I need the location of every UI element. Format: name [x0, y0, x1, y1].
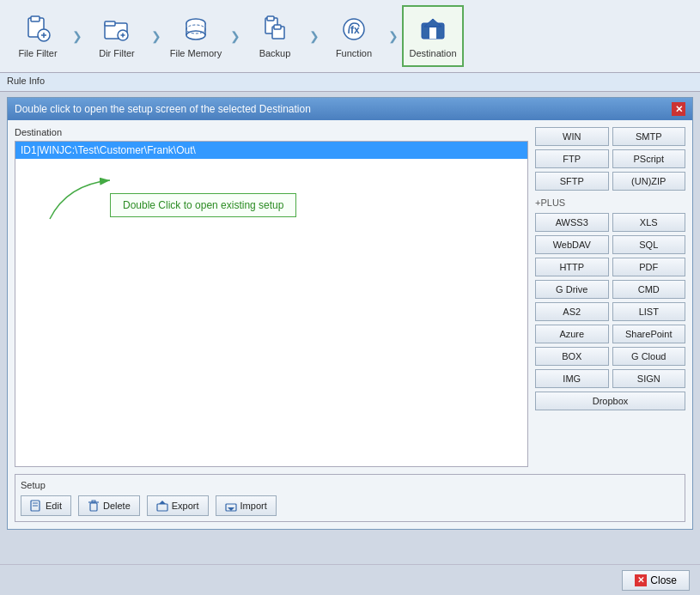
btn-pdf[interactable]: PDF	[612, 258, 686, 276]
delete-button[interactable]: Delete	[78, 495, 140, 516]
btn-gcloud[interactable]: G Cloud	[612, 347, 686, 366]
btn-azure[interactable]: Azure	[535, 325, 609, 343]
btn-awss3[interactable]: AWSS3	[535, 213, 609, 232]
import-button[interactable]: Import	[216, 495, 277, 516]
backup-icon	[259, 14, 290, 45]
btn-sign[interactable]: SIGN	[612, 369, 686, 388]
toolbar-file-memory[interactable]: File Memory	[165, 5, 227, 67]
destination-list[interactable]: ID1|WINJC:\Test\Customer\Frank\Out\	[15, 141, 528, 467]
close-icon: ✕	[635, 574, 647, 586]
arrow-4: ❯	[309, 29, 320, 43]
svg-rect-1	[31, 16, 40, 21]
btn-row-7: G Drive CMD	[535, 280, 685, 299]
bottom-bar: ✕ Close	[0, 564, 700, 595]
file-filter-icon	[22, 14, 53, 45]
btn-sql[interactable]: SQL	[612, 235, 686, 254]
export-button[interactable]: Export	[147, 495, 209, 516]
btn-row-5: WebDAV SQL	[535, 235, 685, 254]
toolbar-file-filter[interactable]: File Filter	[7, 5, 69, 67]
btn-row-2: FTP PScript	[535, 149, 685, 168]
svg-marker-33	[159, 501, 166, 504]
btn-http[interactable]: HTTP	[535, 258, 609, 276]
btn-sharepoint[interactable]: SharePoint	[612, 325, 686, 343]
arrow-2: ❯	[151, 29, 161, 43]
toolbar-function[interactable]: fx Function	[323, 5, 385, 67]
setup-section: Setup Edit Delete	[15, 474, 685, 522]
file-memory-icon	[180, 14, 211, 45]
backup-label: Backup	[259, 48, 291, 58]
btn-sftp[interactable]: SFTP	[535, 172, 609, 191]
destination-row-selected[interactable]: ID1|WINJC:\Test\Customer\Frank\Out\	[15, 142, 527, 159]
rule-info-label: Rule Info	[7, 76, 45, 86]
svg-rect-17	[267, 16, 274, 21]
left-panel: Destination ID1|WINJC:\Test\Customer\Fra…	[15, 127, 528, 467]
destination-icon	[417, 14, 448, 45]
btn-webdav[interactable]: WebDAV	[535, 235, 609, 254]
svg-rect-32	[157, 504, 167, 511]
btn-row-10: BOX G Cloud	[535, 347, 685, 366]
dialog-body: Destination ID1|WINJC:\Test\Customer\Fra…	[8, 120, 692, 474]
edit-button[interactable]: Edit	[21, 495, 71, 516]
toolbar-dir-filter[interactable]: Dir Filter	[86, 5, 148, 67]
edit-icon	[30, 500, 42, 512]
edit-label: Edit	[46, 501, 62, 511]
dir-filter-icon	[101, 14, 132, 45]
btn-img[interactable]: IMG	[535, 369, 609, 388]
btn-xls[interactable]: XLS	[612, 213, 686, 232]
btn-gdrive[interactable]: G Drive	[535, 280, 609, 299]
svg-rect-24	[429, 27, 436, 39]
btn-cmd[interactable]: CMD	[612, 280, 686, 299]
btn-row-12: Dropbox	[535, 392, 685, 410]
btn-row-6: HTTP PDF	[535, 258, 685, 276]
plus-label: +PLUS	[535, 197, 685, 208]
import-icon	[225, 500, 237, 512]
svg-text:fx: fx	[350, 24, 360, 36]
arrow-3: ❯	[230, 29, 240, 43]
btn-dropbox[interactable]: Dropbox	[535, 392, 685, 410]
arrow-5: ❯	[388, 29, 399, 43]
function-icon: fx	[338, 14, 369, 45]
hint-text: Double Click to open existing setup	[123, 199, 283, 211]
btn-as2[interactable]: AS2	[535, 302, 609, 321]
btn-list[interactable]: LIST	[612, 302, 686, 321]
btn-row-11: IMG SIGN	[535, 369, 685, 388]
svg-rect-31	[92, 501, 95, 502]
export-icon	[156, 500, 168, 512]
toolbar-backup[interactable]: Backup	[244, 5, 306, 67]
rule-info-bar: Rule Info	[0, 73, 700, 92]
svg-rect-29	[90, 503, 97, 511]
main-dialog: Double click to open the setup screen of…	[7, 97, 693, 530]
close-button[interactable]: ✕ Close	[622, 570, 690, 591]
delete-icon	[88, 500, 100, 512]
svg-rect-19	[274, 25, 281, 29]
function-label: Function	[336, 48, 372, 58]
btn-row-1: WIN SMTP	[535, 127, 685, 146]
setup-buttons: Edit Delete Export	[21, 495, 679, 516]
right-panel: WIN SMTP FTP PScript SFTP (UN)ZIP +PLUS …	[535, 127, 685, 467]
delete-label: Delete	[103, 501, 131, 511]
hint-box: Double Click to open existing setup	[110, 193, 296, 217]
dialog-close-button[interactable]: ✕	[672, 102, 685, 116]
import-label: Import	[240, 501, 267, 511]
btn-row-8: AS2 LIST	[535, 302, 685, 321]
toolbar-destination[interactable]: Destination	[402, 5, 464, 67]
btn-unzip[interactable]: (UN)ZIP	[612, 172, 686, 191]
export-label: Export	[172, 501, 199, 511]
btn-row-3: SFTP (UN)ZIP	[535, 172, 685, 191]
btn-box[interactable]: BOX	[535, 347, 609, 366]
dialog-title: Double click to open the setup screen of…	[15, 103, 311, 115]
btn-row-4: AWSS3 XLS	[535, 213, 685, 232]
arrow-1: ❯	[72, 29, 82, 43]
btn-pscript[interactable]: PScript	[612, 149, 686, 168]
btn-ftp[interactable]: FTP	[535, 149, 609, 168]
dialog-wrapper: Double click to open the setup screen of…	[0, 92, 700, 535]
btn-row-9: Azure SharePoint	[535, 325, 685, 343]
close-label: Close	[650, 574, 677, 586]
dir-filter-label: Dir Filter	[99, 48, 135, 58]
btn-win[interactable]: WIN	[535, 127, 609, 146]
btn-smtp[interactable]: SMTP	[612, 127, 686, 146]
file-filter-label: File Filter	[18, 48, 57, 58]
destination-panel-label: Destination	[15, 127, 528, 137]
toolbar: File Filter ❯ Dir Filter ❯	[0, 0, 700, 73]
destination-label: Destination	[409, 48, 456, 58]
